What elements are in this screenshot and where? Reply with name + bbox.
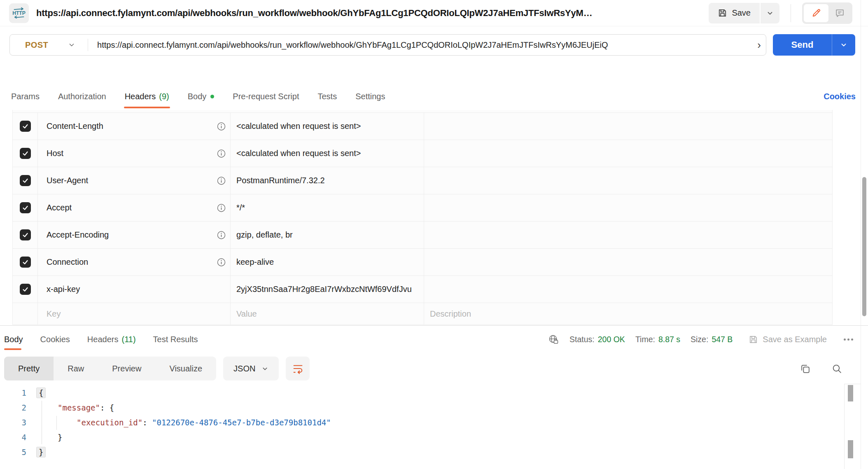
header-enabled-checkbox[interactable] <box>20 121 31 132</box>
view-mode-preview[interactable]: Preview <box>98 357 155 380</box>
header-description-cell[interactable] <box>424 276 833 303</box>
topbar-divider <box>791 4 791 22</box>
status-label: Status: <box>569 335 595 344</box>
header-enabled-checkbox[interactable] <box>20 229 31 240</box>
fold-toggle[interactable]: { <box>36 387 46 398</box>
checkbox-cell <box>12 167 38 194</box>
header-value-cell[interactable]: PostmanRuntime/7.32.2 <box>231 167 424 194</box>
chevron-down-icon <box>766 9 774 17</box>
header-description-cell[interactable] <box>424 167 833 194</box>
request-builder-row: POST https://api.connect.fylamynt.com/ap… <box>9 34 855 56</box>
network-globe-lock-icon[interactable] <box>548 334 559 345</box>
response-tab-body[interactable]: Body <box>4 326 23 353</box>
header-enabled-checkbox[interactable] <box>20 202 31 213</box>
tab-body[interactable]: Body <box>188 84 215 108</box>
line-number: 5 <box>0 448 26 457</box>
header-row: Connection keep-alive <box>12 249 833 276</box>
save-button-label: Save <box>732 8 751 18</box>
checkbox-cell <box>12 113 38 140</box>
header-key-cell[interactable]: Content-Length <box>38 113 231 140</box>
checkmark-icon <box>22 204 29 211</box>
json-punctuation: } <box>58 433 62 442</box>
info-icon[interactable] <box>217 176 226 185</box>
header-key-cell[interactable]: x-api-key <box>38 276 231 303</box>
save-as-example-button[interactable]: Save as Example <box>749 335 827 344</box>
tab-settings[interactable]: Settings <box>355 84 385 108</box>
search-button[interactable] <box>831 363 842 374</box>
header-value-cell[interactable]: gzip, deflate, br <box>231 222 424 248</box>
response-scrollbar-thumb[interactable] <box>848 385 853 401</box>
header-enabled-checkbox[interactable] <box>20 148 31 159</box>
header-key-cell[interactable]: Accept <box>38 194 231 221</box>
new-header-value-input[interactable]: Value <box>231 303 424 324</box>
time-value: 8.87 s <box>658 335 680 344</box>
header-description-cell[interactable] <box>424 140 833 167</box>
tab-tests[interactable]: Tests <box>317 84 337 108</box>
send-options-dropdown[interactable] <box>832 34 855 56</box>
info-icon[interactable] <box>217 203 226 212</box>
header-value-cell[interactable]: <calculated when request is sent> <box>231 113 424 140</box>
search-icon <box>831 363 842 374</box>
save-options-dropdown[interactable] <box>761 3 779 23</box>
header-description-cell[interactable] <box>424 249 833 275</box>
format-select[interactable]: JSON <box>223 357 279 380</box>
send-button[interactable]: Send <box>773 34 832 56</box>
view-mode-pretty[interactable]: Pretty <box>4 357 54 380</box>
tab-authorization[interactable]: Authorization <box>58 84 106 108</box>
page-scrollbar-thumb[interactable] <box>862 177 866 316</box>
url-input[interactable]: https://api.connect.fylamynt.com/api/web… <box>88 40 766 50</box>
copy-button[interactable] <box>800 363 811 374</box>
header-description-cell[interactable] <box>424 222 833 248</box>
comments-button[interactable] <box>828 4 851 22</box>
save-button[interactable]: Save <box>709 3 760 23</box>
info-icon[interactable] <box>217 122 226 131</box>
header-description-cell[interactable] <box>424 113 833 140</box>
description-placeholder: Description <box>430 309 471 319</box>
header-value-cell[interactable]: keep-alive <box>231 249 424 275</box>
tab-pre-request-script[interactable]: Pre-request Script <box>233 84 299 108</box>
new-header-key-input[interactable]: Key <box>38 303 231 324</box>
header-value-cell[interactable]: */* <box>231 194 424 221</box>
response-meta: Status:200 OK Time:8.87 s Size:547 B Sav… <box>548 334 853 345</box>
header-enabled-checkbox[interactable] <box>20 257 31 268</box>
header-key-cell[interactable]: Connection <box>38 249 231 275</box>
tab-headers[interactable]: Headers (9) <box>125 84 169 108</box>
header-key: Content-Length <box>47 121 103 131</box>
format-select-value: JSON <box>233 364 255 373</box>
edit-mode-button[interactable] <box>804 4 828 22</box>
info-icon[interactable] <box>217 231 226 239</box>
header-key: Host <box>47 149 63 158</box>
header-description-cell[interactable] <box>424 194 833 221</box>
header-row: Accept */* <box>12 194 833 222</box>
new-header-description-input[interactable]: Description <box>424 303 833 324</box>
wrap-lines-button[interactable] <box>286 357 310 380</box>
header-key-cell[interactable]: Host <box>38 140 231 167</box>
header-value-cell[interactable]: 2yjX35tnnSaa7Hr2g8EaI7rWxbzcNtWf69VdfJvu <box>231 276 424 303</box>
response-tab-headers[interactable]: Headers (11) <box>87 326 136 353</box>
view-mode-raw[interactable]: Raw <box>54 357 98 380</box>
cookies-link[interactable]: Cookies <box>824 92 856 101</box>
fold-guide-line <box>42 401 42 444</box>
method-selector[interactable]: POST <box>10 40 88 50</box>
tab-params[interactable]: Params <box>11 84 40 108</box>
chevron-down-icon <box>68 41 75 49</box>
header-value-cell[interactable]: <calculated when request is sent> <box>231 140 424 167</box>
response-tab-test-results[interactable]: Test Results <box>153 326 198 353</box>
header-key-cell[interactable]: User-Agent <box>38 167 231 194</box>
line-number: 2 <box>0 403 26 412</box>
checkmark-icon <box>22 286 29 293</box>
fold-toggle[interactable]: } <box>36 447 46 457</box>
key-placeholder: Key <box>47 309 61 319</box>
header-key-cell[interactable]: Accept-Encoding <box>38 222 231 248</box>
info-icon[interactable] <box>217 258 226 266</box>
more-options-icon[interactable] <box>844 338 853 341</box>
checkbox-cell <box>12 276 38 303</box>
header-enabled-checkbox[interactable] <box>20 284 31 295</box>
response-body-code-viewer[interactable]: 1 { 2 "message": { 3 "execution_id": "01… <box>0 385 868 469</box>
header-enabled-checkbox[interactable] <box>20 175 31 186</box>
response-tab-cookies[interactable]: Cookies <box>40 326 70 353</box>
info-icon[interactable] <box>217 149 226 158</box>
response-scrollbar-thumb[interactable] <box>848 440 853 458</box>
view-mode-visualize[interactable]: Visualize <box>155 357 216 380</box>
topbar-actions: Save <box>709 2 860 24</box>
